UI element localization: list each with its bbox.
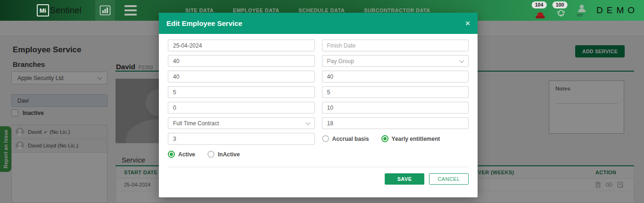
account-button[interactable]: ser [577, 4, 587, 17]
radio-unchecked-icon [322, 135, 329, 142]
chevron-down-icon [305, 120, 310, 125]
demo-watermark: DEMO [596, 5, 638, 16]
accrual-basis-option[interactable]: Accrual basis [322, 135, 369, 142]
user-icon [577, 4, 587, 12]
bar-chart-icon [99, 5, 111, 16]
contract-type-value: Full Time Contract [173, 120, 306, 127]
pay-group-value: Pay Group [327, 58, 461, 65]
active-option[interactable]: Active [168, 151, 195, 158]
chevron-down-icon [460, 58, 464, 63]
contract-hours-input[interactable] [168, 55, 315, 67]
notifications-count-badge: 100 [553, 1, 568, 8]
value-eighteen-input[interactable] [322, 117, 469, 129]
value-five-left-input[interactable] [168, 86, 315, 98]
yearly-entitlement-option[interactable]: Yearly entitlement [381, 135, 440, 142]
bell-icon [554, 8, 568, 19]
value-five-right-input[interactable] [322, 86, 469, 98]
save-button[interactable]: SAVE [385, 173, 424, 185]
brand-mi-box: Mi [37, 4, 49, 16]
brand-logo[interactable]: Mi Sentinel [37, 4, 82, 16]
radio-unchecked-icon [207, 151, 215, 158]
modal-divider [168, 167, 469, 167]
status-radio-group: Active InActive [168, 148, 315, 160]
value-three-input[interactable] [168, 133, 315, 145]
modal-title: Edit Employee Service [166, 19, 242, 27]
modal-actions: SAVE CANCEL [168, 173, 469, 185]
edit-employee-service-modal: Edit Employee Service × Pay Group [159, 13, 478, 197]
alarm-count-badge: 104 [532, 1, 547, 8]
nav-right-cluster: 104 100 ser [533, 0, 638, 21]
finish-date-input[interactable] [322, 40, 469, 51]
radio-checked-icon [168, 151, 175, 158]
pay-group-select[interactable]: Pay Group [322, 55, 469, 67]
screen: Employee Service Branches Apple Security… [0, 0, 644, 203]
alarm-button[interactable]: 104 [533, 2, 547, 19]
value-zero-input[interactable] [168, 102, 315, 114]
radio-checked-icon [381, 135, 388, 142]
entitlement-radio-group: Accrual basis Yearly entitlement [322, 133, 469, 145]
hours-left-input[interactable] [168, 71, 315, 82]
start-date-input[interactable] [168, 40, 315, 51]
modal-header: Edit Employee Service × [159, 13, 478, 34]
notifications-button[interactable]: 100 [554, 2, 568, 19]
contract-type-select[interactable]: Full Time Contract [168, 117, 315, 129]
dashboard-chart-button[interactable] [95, 0, 116, 21]
hours-right-input[interactable] [322, 71, 469, 82]
account-label: ser [577, 13, 583, 17]
brand-name: Sentinel [50, 6, 82, 16]
value-ten-input[interactable] [322, 102, 469, 114]
alarm-siren-icon [534, 8, 546, 19]
inactive-option[interactable]: InActive [207, 151, 240, 158]
close-icon[interactable]: × [465, 19, 470, 27]
modal-body: Pay Group Full Time Contract [159, 34, 478, 185]
cancel-button[interactable]: CANCEL [429, 173, 469, 185]
hamburger-menu-button[interactable] [120, 0, 141, 21]
